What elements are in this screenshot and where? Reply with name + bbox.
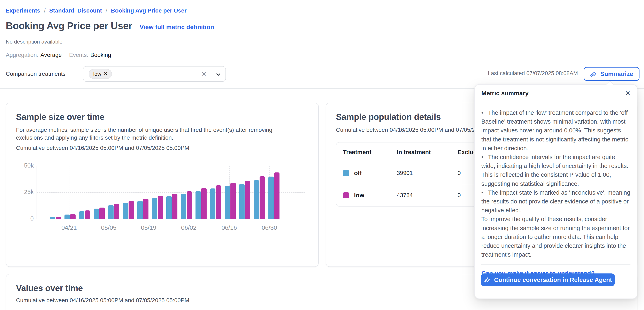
sample-size-title: Sample size over time bbox=[16, 112, 104, 122]
bar-off bbox=[94, 208, 99, 219]
bar-low bbox=[100, 208, 105, 219]
x-tick-label: 05/19 bbox=[141, 224, 156, 231]
sample-size-description: For average metrics, sample size is the … bbox=[16, 126, 272, 142]
summarize-label: Summarize bbox=[600, 70, 633, 78]
summary-bullet: The impact state is marked as 'Inconclus… bbox=[481, 188, 630, 215]
close-icon[interactable]: ✕ bbox=[625, 90, 630, 96]
bar-low bbox=[158, 196, 163, 219]
bar-off bbox=[239, 184, 244, 219]
events-label: Events: bbox=[69, 52, 88, 58]
comparison-treatments-select[interactable]: low ✕ ✕ bbox=[83, 66, 226, 82]
panel-header: Metric summary ✕ bbox=[475, 84, 637, 102]
bar-low bbox=[187, 191, 192, 219]
summary-paragraph: To improve the quality of these results,… bbox=[481, 215, 630, 259]
select-divider bbox=[210, 70, 210, 79]
y-tick-label: 50k bbox=[17, 162, 34, 169]
bar-low bbox=[70, 214, 76, 219]
bar-low bbox=[216, 186, 221, 219]
bar-off bbox=[64, 214, 70, 219]
x-tick-label: 06/16 bbox=[222, 224, 237, 231]
treatment-name: low bbox=[354, 192, 364, 199]
bar-off bbox=[166, 196, 172, 219]
x-tick-label: 04/21 bbox=[62, 224, 77, 231]
sparkles-icon bbox=[484, 276, 490, 283]
metric-detail-page: Experiments / Standard_Discount / Bookin… bbox=[0, 0, 644, 310]
values-over-time-date-range: Cumulative between 04/16/2025 05:00PM an… bbox=[16, 296, 189, 304]
page-title: Booking Avg Price per User bbox=[6, 20, 132, 32]
summarize-button[interactable]: Summarize bbox=[584, 67, 640, 81]
y-tick-label: 0 bbox=[17, 215, 34, 222]
bar-off bbox=[123, 203, 128, 219]
bar-low bbox=[245, 181, 250, 219]
bar-low bbox=[201, 188, 206, 219]
breadcrumb-experiments[interactable]: Experiments bbox=[6, 8, 40, 14]
view-metric-definition-link[interactable]: View full metric definition bbox=[140, 24, 214, 30]
remove-tag-icon[interactable]: ✕ bbox=[104, 71, 108, 76]
summary-bullet: The confidence intervals for the impact … bbox=[481, 153, 630, 188]
breadcrumb-separator: / bbox=[44, 8, 46, 14]
panel-divider bbox=[481, 264, 630, 265]
bar-low bbox=[274, 172, 280, 219]
bar-off bbox=[196, 191, 201, 219]
treatment-swatch-low bbox=[343, 192, 349, 198]
bar-low bbox=[172, 194, 178, 219]
panel-title: Metric summary bbox=[481, 90, 528, 97]
cta-label: Continue conversation in Release Agent bbox=[494, 276, 612, 283]
grid-hline bbox=[37, 166, 305, 166]
breadcrumb-metric-name[interactable]: Booking Avg Price per User bbox=[111, 8, 186, 14]
comparison-treatments-label: Comparison treatments bbox=[6, 70, 66, 77]
metric-description: No description available bbox=[6, 38, 62, 45]
in-treatment-value: 39901 bbox=[397, 170, 458, 176]
title-row: Booking Avg Price per User View full met… bbox=[6, 20, 214, 32]
bar-off bbox=[268, 176, 274, 219]
summary-bullet: The impact of the 'low' treatment compar… bbox=[481, 108, 630, 153]
breadcrumb-experiment-name[interactable]: Standard_Discount bbox=[49, 8, 102, 14]
in-treatment-value: 43784 bbox=[397, 192, 458, 198]
bar-off bbox=[108, 205, 114, 219]
bar-off bbox=[254, 180, 259, 219]
sample-size-plot: 04/2105/0505/1906/0206/1606/30025k50k bbox=[36, 166, 305, 219]
continue-release-agent-button[interactable]: Continue conversation in Release Agent bbox=[481, 274, 615, 286]
sparkles-icon bbox=[590, 70, 597, 78]
bar-low bbox=[85, 210, 90, 219]
sample-size-card: Sample size over time For average metric… bbox=[6, 103, 319, 267]
sample-population-title: Sample population details bbox=[336, 112, 441, 122]
bar-off bbox=[79, 211, 84, 219]
bar-off bbox=[181, 194, 186, 219]
bar-low bbox=[114, 204, 119, 219]
bar-low bbox=[143, 199, 148, 219]
bar-off bbox=[225, 186, 230, 219]
values-over-time-title: Values over time bbox=[16, 283, 83, 293]
bar-off bbox=[152, 198, 157, 219]
metric-meta-row: Aggregation:Average Events:Booking bbox=[6, 52, 111, 58]
sample-size-date-range: Cumulative between 04/16/2025 05:00PM an… bbox=[16, 144, 189, 152]
treatment-tag-label: low bbox=[93, 71, 101, 77]
breadcrumb: Experiments / Standard_Discount / Bookin… bbox=[6, 8, 187, 14]
treatment-name: off bbox=[354, 170, 362, 176]
col-treatment: Treatment bbox=[343, 149, 397, 156]
aggregation-value: Average bbox=[40, 52, 62, 58]
aggregation-label: Aggregation: bbox=[6, 52, 38, 58]
x-tick-label: 06/02 bbox=[181, 224, 196, 231]
x-tick-label: 05/05 bbox=[101, 224, 116, 231]
bar-off bbox=[138, 201, 143, 219]
y-tick-label: 25k bbox=[17, 189, 34, 196]
metric-summary-panel: Metric summary ✕ The impact of the 'low'… bbox=[474, 84, 638, 299]
bar-low bbox=[128, 201, 134, 219]
bar-off bbox=[210, 188, 216, 219]
breadcrumb-separator: / bbox=[106, 8, 108, 14]
bar-low bbox=[56, 217, 61, 219]
bar-low bbox=[260, 176, 265, 219]
treatment-swatch-off bbox=[343, 170, 349, 176]
col-in-treatment: In treatment bbox=[397, 149, 458, 156]
last-calculated-text: Last calculated 07/07/2025 08:08AM bbox=[488, 70, 578, 76]
treatment-tag-low[interactable]: low ✕ bbox=[89, 69, 112, 79]
clear-selection-icon[interactable]: ✕ bbox=[202, 70, 206, 78]
bar-off bbox=[50, 217, 55, 219]
app-shell-edge bbox=[3, 4, 3, 310]
bar-low bbox=[230, 183, 236, 219]
panel-body: The impact of the 'low' treatment compar… bbox=[475, 102, 637, 259]
events-value: Booking bbox=[90, 52, 111, 58]
chevron-down-icon[interactable] bbox=[215, 72, 222, 78]
x-tick-label: 06/30 bbox=[262, 224, 277, 231]
